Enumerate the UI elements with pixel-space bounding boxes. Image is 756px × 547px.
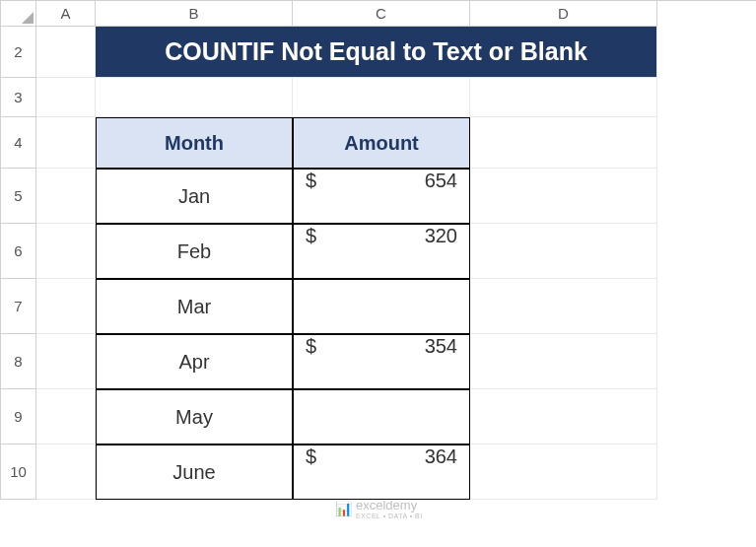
table-header-amount[interactable]: Amount: [293, 117, 470, 169]
chart-icon: 📊: [335, 501, 352, 516]
col-header-b[interactable]: B: [96, 1, 293, 27]
cell-d9[interactable]: [470, 389, 657, 444]
cell-d8[interactable]: [470, 334, 657, 389]
table-row[interactable]: Feb: [96, 224, 293, 279]
cell-d5[interactable]: [470, 169, 657, 224]
currency-symbol: $: [306, 335, 316, 388]
cell-d4[interactable]: [470, 117, 657, 169]
row-header-6[interactable]: 6: [1, 224, 36, 279]
cell-a5[interactable]: [36, 169, 96, 224]
row-header-9[interactable]: 9: [1, 389, 36, 444]
row-header-7[interactable]: 7: [1, 279, 36, 334]
cell-a3[interactable]: [36, 78, 96, 117]
table-row[interactable]: Apr: [96, 334, 293, 389]
row-header-10[interactable]: 10: [1, 444, 36, 500]
row-header-4[interactable]: 4: [1, 117, 36, 169]
col-header-a[interactable]: A: [36, 1, 96, 27]
spreadsheet-grid: A B C D 2 COUNTIF Not Equal to Text or B…: [0, 0, 756, 500]
cell-a6[interactable]: [36, 224, 96, 279]
cell-c3[interactable]: [293, 78, 470, 117]
table-row[interactable]: $ 364: [293, 444, 470, 500]
cell-a4[interactable]: [36, 117, 96, 169]
amount-value: 364: [425, 445, 457, 499]
row-header-8[interactable]: 8: [1, 334, 36, 389]
amount-value: 354: [425, 335, 457, 388]
table-row[interactable]: Mar: [96, 279, 293, 334]
currency-symbol: $: [306, 225, 316, 278]
amount-value: 320: [425, 225, 457, 278]
col-header-c[interactable]: C: [293, 1, 470, 27]
cell-a8[interactable]: [36, 334, 96, 389]
row-header-5[interactable]: 5: [1, 169, 36, 224]
page-title[interactable]: COUNTIF Not Equal to Text or Blank: [96, 27, 657, 78]
table-row[interactable]: $ 654: [293, 169, 470, 224]
cell-d7[interactable]: [470, 279, 657, 334]
cell-d10[interactable]: [470, 444, 657, 500]
table-row[interactable]: $ 320: [293, 224, 470, 279]
table-header-month[interactable]: Month: [96, 117, 293, 169]
currency-symbol: $: [306, 170, 316, 223]
cell-d3[interactable]: [470, 78, 657, 117]
table-row[interactable]: [293, 279, 470, 334]
cell-a9[interactable]: [36, 389, 96, 444]
col-header-d[interactable]: D: [470, 1, 657, 27]
corner-select-all[interactable]: [1, 1, 36, 27]
table-row[interactable]: Jan: [96, 169, 293, 224]
table-row[interactable]: May: [96, 389, 293, 444]
cell-a2[interactable]: [36, 27, 96, 78]
table-row[interactable]: $ 354: [293, 334, 470, 389]
row-header-2[interactable]: 2: [1, 27, 36, 78]
watermark-tagline: EXCEL • DATA • BI: [356, 513, 423, 519]
table-row[interactable]: June: [96, 444, 293, 500]
cell-a7[interactable]: [36, 279, 96, 334]
watermark: 📊 exceldemy EXCEL • DATA • BI: [335, 498, 423, 519]
cell-d6[interactable]: [470, 224, 657, 279]
cell-b3[interactable]: [96, 78, 293, 117]
table-row[interactable]: [293, 389, 470, 444]
amount-value: 654: [425, 170, 457, 223]
watermark-name: exceldemy: [356, 498, 417, 513]
cell-a10[interactable]: [36, 444, 96, 500]
row-header-3[interactable]: 3: [1, 78, 36, 117]
currency-symbol: $: [306, 445, 316, 499]
